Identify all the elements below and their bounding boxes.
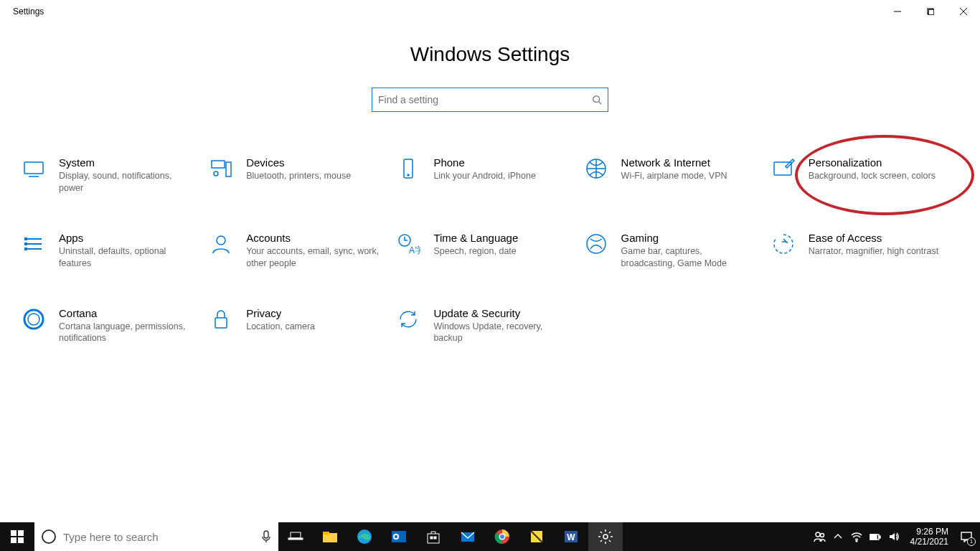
update-icon xyxy=(396,307,420,331)
category-network[interactable]: Network & Internet Wi-Fi, airplane mode,… xyxy=(584,156,771,194)
settings-search-input[interactable] xyxy=(378,94,592,105)
category-apps[interactable]: Apps Uninstall, defaults, optional featu… xyxy=(22,232,209,270)
svg-rect-4 xyxy=(24,162,43,174)
settings-page: Windows Settings System Display, sound, … xyxy=(0,23,980,344)
notification-badge: 1 xyxy=(967,537,976,546)
svg-point-35 xyxy=(395,535,397,538)
taskbar: W 9:26 PM 4/21/2021 1 xyxy=(0,522,980,551)
svg-point-15 xyxy=(217,236,225,245)
category-desc: Game bar, captures, broadcasting, Game M… xyxy=(621,245,758,270)
apps-icon xyxy=(22,232,46,256)
chevron-up-icon[interactable] xyxy=(831,530,844,543)
svg-point-18 xyxy=(587,235,606,253)
settings-taskbar-button[interactable] xyxy=(588,522,623,551)
svg-rect-8 xyxy=(404,159,413,178)
volume-icon[interactable] xyxy=(887,530,900,543)
chrome-button[interactable] xyxy=(485,522,519,551)
category-personalization[interactable]: Personalization Background, lock screen,… xyxy=(771,156,958,194)
category-ease-of-access[interactable]: Ease of Access Narrator, magnifier, high… xyxy=(771,232,958,270)
page-title: Windows Settings xyxy=(0,43,980,66)
time-language-icon: A字 xyxy=(396,232,420,256)
category-desc: Speech, region, date xyxy=(433,245,518,258)
category-desc: Your accounts, email, sync, work, other … xyxy=(246,245,382,270)
category-title: Network & Internet xyxy=(621,156,727,169)
svg-rect-30 xyxy=(323,532,329,534)
category-privacy[interactable]: Privacy Location, camera xyxy=(209,307,396,345)
word-button[interactable]: W xyxy=(554,522,588,551)
settings-search[interactable] xyxy=(372,88,608,112)
category-desc: Cortana language, permissions, notificat… xyxy=(59,321,195,345)
phone-icon xyxy=(396,156,420,181)
category-time-language[interactable]: A字 Time & Language Speech, region, date xyxy=(396,232,583,270)
clock[interactable]: 9:26 PM 4/21/2021 xyxy=(906,527,953,547)
category-system[interactable]: System Display, sound, notifications, po… xyxy=(22,156,209,194)
svg-point-46 xyxy=(603,534,608,539)
svg-rect-14 xyxy=(24,248,27,250)
svg-rect-21 xyxy=(215,318,227,328)
categories-grid: System Display, sound, notifications, po… xyxy=(0,112,980,344)
people-icon[interactable] xyxy=(813,530,826,543)
category-cortana[interactable]: Cortana Cortana language, permissions, n… xyxy=(22,307,209,345)
category-title: Phone xyxy=(433,156,535,169)
svg-rect-37 xyxy=(430,537,433,539)
category-desc: Display, sound, notifications, power xyxy=(59,170,195,194)
category-desc: Location, camera xyxy=(246,321,315,333)
svg-point-19 xyxy=(24,310,43,329)
window-title: Settings xyxy=(13,6,44,17)
maximize-button[interactable] xyxy=(914,0,947,23)
category-desc: Bluetooth, printers, mouse xyxy=(246,170,351,182)
category-desc: Narrator, magnifier, high contrast xyxy=(809,245,938,258)
minimize-button[interactable] xyxy=(881,0,914,23)
outlook-button[interactable] xyxy=(382,522,416,551)
category-accounts[interactable]: Accounts Your accounts, email, sync, wor… xyxy=(209,232,396,270)
svg-point-9 xyxy=(407,174,409,176)
personalization-icon xyxy=(771,156,796,181)
svg-point-20 xyxy=(28,314,39,325)
start-button[interactable] xyxy=(0,522,34,551)
titlebar: Settings xyxy=(0,0,980,23)
category-title: System xyxy=(59,156,195,169)
svg-rect-52 xyxy=(870,534,877,540)
devices-icon xyxy=(209,156,233,181)
person-icon xyxy=(209,232,233,256)
sticky-notes-button[interactable] xyxy=(519,522,554,551)
close-button[interactable] xyxy=(947,0,980,23)
svg-rect-13 xyxy=(24,242,27,245)
svg-text:W: W xyxy=(567,532,575,542)
svg-rect-25 xyxy=(18,537,24,543)
xbox-icon xyxy=(584,232,608,256)
category-phone[interactable]: Phone Link your Android, iPhone xyxy=(396,156,583,194)
taskbar-apps: W xyxy=(278,522,623,551)
battery-icon[interactable] xyxy=(869,530,882,543)
cortana-ring-icon xyxy=(42,529,56,544)
taskview-button[interactable] xyxy=(278,522,313,551)
category-title: Privacy xyxy=(246,307,315,319)
svg-point-49 xyxy=(856,540,857,542)
category-title: Cortana xyxy=(59,307,195,319)
svg-rect-26 xyxy=(264,531,268,538)
category-gaming[interactable]: Gaming Game bar, captures, broadcasting,… xyxy=(584,232,771,270)
taskbar-search-input[interactable] xyxy=(63,531,254,543)
svg-point-48 xyxy=(820,534,824,537)
file-explorer-button[interactable] xyxy=(313,522,347,551)
svg-rect-5 xyxy=(212,161,225,168)
edge-button[interactable] xyxy=(347,522,382,551)
category-desc: Link your Android, iPhone xyxy=(433,170,535,182)
system-tray: 9:26 PM 4/21/2021 1 xyxy=(813,522,980,551)
globe-icon xyxy=(584,156,608,181)
mic-icon[interactable] xyxy=(261,530,271,543)
category-desc: Uninstall, defaults, optional features xyxy=(59,245,195,270)
ease-icon xyxy=(771,232,796,256)
category-devices[interactable]: Devices Bluetooth, printers, mouse xyxy=(209,156,396,194)
category-title: Time & Language xyxy=(433,232,518,244)
svg-rect-38 xyxy=(434,537,436,539)
category-update-security[interactable]: Update & Security Windows Update, recove… xyxy=(396,307,583,345)
svg-rect-28 xyxy=(291,532,301,538)
action-center-icon[interactable]: 1 xyxy=(958,529,974,545)
taskbar-search[interactable] xyxy=(34,522,278,551)
svg-point-3 xyxy=(593,96,600,103)
category-title: Devices xyxy=(246,156,351,169)
store-button[interactable] xyxy=(416,522,451,551)
mail-button[interactable] xyxy=(451,522,485,551)
wifi-icon[interactable] xyxy=(850,530,863,543)
